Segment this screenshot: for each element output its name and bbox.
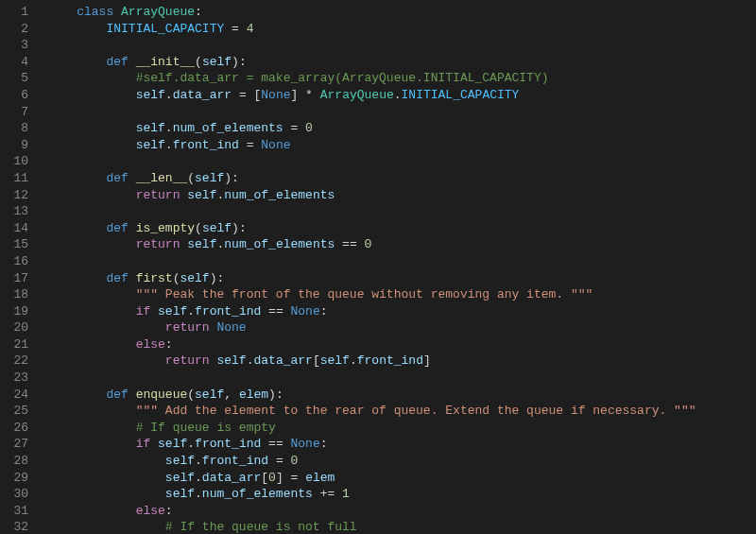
code-line[interactable]: else:	[47, 503, 756, 520]
code-area[interactable]: class ArrayQueue: INITIAL_CAPACITY = 4 d…	[40, 0, 756, 534]
code-line[interactable]: def __len__(self):	[47, 170, 756, 187]
token-punct	[129, 55, 136, 69]
code-line[interactable]: return self.data_arr[self.front_ind]	[47, 353, 756, 370]
code-line[interactable]: else:	[47, 336, 756, 353]
token-string: """ Add the element to the rear of queue…	[136, 404, 696, 418]
token-punct	[47, 171, 106, 185]
line-number: 9	[9, 137, 28, 154]
code-line[interactable]: INITIAL_CAPACITY = 4	[47, 21, 756, 38]
token-string: """ Peak the front of the queue without …	[136, 287, 593, 301]
code-line[interactable]: #self.data_arr = make_array(ArrayQueue.I…	[47, 70, 756, 87]
code-line[interactable]: return None	[47, 319, 756, 336]
line-number: 32	[9, 519, 28, 534]
line-number: 20	[9, 319, 28, 336]
token-punct	[150, 437, 158, 451]
token-kw-none: None	[261, 88, 290, 102]
code-line[interactable]	[47, 104, 756, 121]
line-number: 15	[9, 236, 28, 253]
line-number: 2	[9, 21, 28, 38]
token-param: self	[195, 171, 224, 185]
line-number: 19	[9, 303, 28, 320]
code-line[interactable]: if self.front_ind == None:	[47, 303, 756, 320]
token-punct	[47, 121, 136, 135]
token-op: =	[284, 121, 305, 135]
token-param: self	[202, 55, 232, 69]
line-number: 18	[9, 286, 28, 303]
token-ident: data_arr	[253, 353, 312, 368]
code-line[interactable]: # If queue is empty	[47, 420, 756, 437]
token-punct	[129, 221, 136, 235]
token-kw-self: self	[136, 121, 165, 135]
line-number: 13	[9, 203, 28, 220]
code-line[interactable]: self.front_ind = None	[47, 137, 756, 154]
code-line[interactable]: self.data_arr = [None] * ArrayQueue.INIT…	[47, 87, 756, 104]
code-line[interactable]	[47, 370, 756, 387]
code-line[interactable]: return self.num_of_elements == 0	[47, 236, 756, 253]
token-classname: ArrayQueue	[121, 5, 195, 19]
code-line[interactable]	[47, 253, 756, 270]
token-punct	[47, 5, 77, 19]
token-punct: .	[187, 304, 195, 319]
line-number: 3	[9, 37, 28, 54]
token-kw-if: if	[136, 304, 151, 319]
token-param: elem	[239, 388, 268, 402]
code-line[interactable]	[47, 203, 756, 220]
line-number: 30	[9, 486, 28, 503]
code-line[interactable]	[47, 37, 756, 54]
token-punct	[47, 320, 165, 335]
line-number: 4	[9, 54, 28, 71]
code-line[interactable]: """ Peak the front of the queue without …	[47, 286, 756, 303]
token-op: ==	[261, 304, 290, 319]
token-punct: [	[313, 353, 320, 368]
token-kw-def: def	[106, 221, 128, 235]
token-punct	[129, 271, 136, 285]
code-line[interactable]: def first(self):	[47, 270, 756, 287]
line-number: 14	[9, 220, 28, 237]
token-kw-def: def	[106, 55, 128, 69]
code-line[interactable]: self.num_of_elements = 0	[47, 120, 756, 137]
token-punct: .	[394, 88, 402, 102]
token-punct: ,	[224, 388, 239, 402]
token-punct: (	[195, 221, 202, 235]
code-line[interactable]: # If the queue is not full	[47, 519, 756, 534]
code-line[interactable]: self.num_of_elements += 1	[47, 486, 756, 503]
code-line[interactable]: class ArrayQueue:	[47, 4, 756, 21]
token-punct: .	[187, 437, 195, 451]
token-param: self	[180, 271, 209, 285]
token-punct	[47, 404, 136, 418]
token-ident: front_ind	[173, 138, 239, 152]
code-line[interactable]: def __init__(self):	[47, 54, 756, 71]
token-punct	[129, 388, 136, 402]
token-punct	[47, 271, 106, 285]
code-line[interactable]: self.front_ind = 0	[47, 453, 756, 470]
token-ident: front_ind	[195, 437, 261, 451]
line-number: 8	[9, 120, 28, 137]
line-number: 29	[9, 470, 28, 487]
token-op: =	[224, 22, 246, 36]
token-punct: .	[165, 88, 173, 102]
token-punct: ):	[232, 55, 247, 69]
code-line[interactable]: if self.front_ind == None:	[47, 436, 756, 453]
line-number: 6	[9, 87, 28, 104]
line-number: 12	[9, 187, 28, 204]
token-punct	[47, 454, 165, 468]
line-number-gutter: 1234567891011121314151617181920212223242…	[0, 0, 40, 534]
code-line[interactable]: self.data_arr[0] = elem	[47, 470, 756, 487]
line-number: 5	[9, 70, 28, 87]
token-punct	[113, 5, 121, 19]
token-punct	[47, 437, 136, 451]
code-line[interactable]: """ Add the element to the rear of queue…	[47, 403, 756, 420]
token-ident: front_ind	[202, 454, 268, 468]
token-punct	[47, 520, 165, 534]
line-number: 28	[9, 453, 28, 470]
token-punct	[47, 337, 136, 352]
line-number: 10	[9, 153, 28, 170]
code-editor[interactable]: 1234567891011121314151617181920212223242…	[0, 0, 756, 534]
token-punct	[47, 71, 136, 85]
token-punct: :	[165, 337, 173, 352]
code-line[interactable]: def is_empty(self):	[47, 220, 756, 237]
token-param: self	[195, 388, 224, 402]
code-line[interactable]	[47, 153, 756, 170]
code-line[interactable]: return self.num_of_elements	[47, 187, 756, 204]
code-line[interactable]: def enqueue(self, elem):	[47, 387, 756, 404]
